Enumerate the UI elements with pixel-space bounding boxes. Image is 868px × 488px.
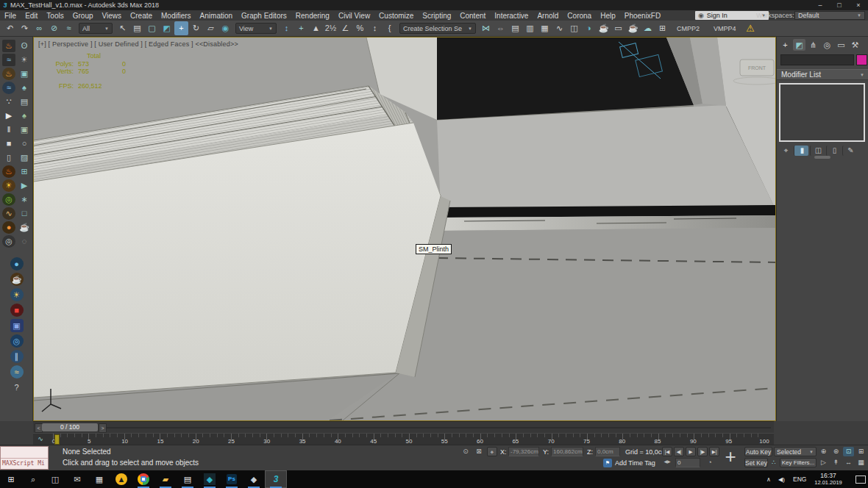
redo-icon[interactable]: ↷ <box>18 21 32 35</box>
rope-tool-icon[interactable]: ∿ <box>2 207 15 220</box>
set-keys-button[interactable]: + <box>721 447 740 468</box>
minimize-button[interactable]: – <box>811 0 830 10</box>
max-active-icon[interactable]: 3 <box>265 470 287 488</box>
frame-box-icon[interactable]: □ <box>18 207 31 220</box>
tree-tool-icon[interactable]: ♠ <box>18 110 31 122</box>
Graph Editors[interactable]: Graph Editors <box>237 12 291 20</box>
hierarchy-tab[interactable]: ⋔ <box>807 39 819 51</box>
zoom-region-icon[interactable]: ⊞ <box>855 447 867 456</box>
maximize-button[interactable]: □ <box>830 0 849 10</box>
select-and-place-icon[interactable]: ◉ <box>218 21 232 35</box>
create-tab[interactable]: + <box>779 39 791 51</box>
water-drop-badge-icon[interactable]: ● <box>10 257 24 270</box>
remove-modifier-icon[interactable]: ▯ <box>826 146 841 156</box>
snap-toggle-25d-icon[interactable]: 2½ <box>324 21 338 35</box>
notepad-icon[interactable]: ▤ <box>177 470 199 488</box>
unlink-selection-icon[interactable]: ⊘ <box>47 21 61 35</box>
Help[interactable]: Help <box>596 12 620 20</box>
tray-chevron-icon[interactable]: ∧ <box>766 476 771 483</box>
chrome-icon[interactable] <box>132 470 154 488</box>
select-and-move-icon[interactable]: + <box>174 21 188 35</box>
start-button[interactable]: ⊞ <box>0 470 22 488</box>
lock-selection-toggle-icon[interactable]: ⊠ <box>474 448 484 455</box>
dashed-circle-icon[interactable]: ◌ <box>18 235 31 248</box>
modify-tab[interactable]: ◩ <box>793 39 805 51</box>
keyable-filter-icon[interactable]: ∴ <box>769 459 778 466</box>
curve-editor-icon[interactable]: ∿ <box>552 21 566 35</box>
select-and-rotate-icon[interactable]: ↻ <box>189 21 203 35</box>
key-mode-toggle-icon[interactable]: ◀▶ <box>662 459 672 464</box>
Modifiers[interactable]: Modifiers <box>157 12 196 20</box>
ring-tool-icon[interactable]: ○ <box>18 137 31 150</box>
absolute-transform-mode-icon[interactable]: ⌖ <box>487 447 497 456</box>
material-editor-icon[interactable]: ◑ <box>582 21 596 35</box>
time-slider-track[interactable]: < 0 / 100 > <box>33 421 774 433</box>
sun-tool-icon[interactable]: ☀ <box>18 54 31 66</box>
rectangular-selection-region-icon[interactable]: ▢ <box>145 21 159 35</box>
library-tool-icon[interactable]: ▤ <box>18 96 31 108</box>
Create[interactable]: Create <box>126 12 157 20</box>
swirl-tool-icon[interactable]: ◎ <box>2 235 15 248</box>
viewport-label[interactable]: [+] [ Perspective ] [ User Defined ] [ E… <box>38 40 238 48</box>
beach-badge-icon[interactable]: ≈ <box>10 365 24 378</box>
Rendering[interactable]: Rendering <box>291 12 334 20</box>
fire-sim-icon[interactable]: ♨ <box>2 68 15 80</box>
Customize[interactable]: Customize <box>374 12 418 20</box>
max-shortcut-icon[interactable]: ◆ <box>199 470 221 488</box>
start-simulation-icon[interactable]: ▶ <box>2 110 15 122</box>
delete-simulation-icon[interactable]: ▯ <box>2 151 15 164</box>
x-coordinate-field[interactable]: -79,326cm <box>508 447 539 456</box>
create-selection-set-dropdown[interactable]: Create Selection Se ▼ <box>399 23 476 34</box>
particle-preview-icon[interactable]: ∵ <box>2 96 15 108</box>
go-to-start-button[interactable]: |◀ <box>662 447 672 456</box>
calendar-icon[interactable]: ▦ <box>88 470 110 488</box>
select-and-scale-icon[interactable]: ▱ <box>204 21 218 35</box>
PhoenixFD[interactable]: PhoenixFD <box>620 12 665 20</box>
blue-box-badge-icon[interactable]: ▣ <box>10 319 24 332</box>
plant-frame-icon[interactable]: ▣ <box>18 123 31 136</box>
view-dropdown[interactable]: View ▼ <box>235 23 277 34</box>
motion-tab[interactable]: ◎ <box>821 39 833 51</box>
select-object-icon[interactable]: ↖ <box>115 21 129 35</box>
make-unique-icon[interactable]: ◫ <box>810 146 825 156</box>
panel-scroll-handle[interactable] <box>814 156 830 159</box>
keyboard-shortcut-override-icon[interactable]: ▲ <box>309 21 323 35</box>
show-end-result-icon[interactable]: ▮ <box>794 146 808 156</box>
object-name-field[interactable] <box>780 54 854 65</box>
Civil View[interactable]: Civil View <box>334 12 374 20</box>
next-frame-arrow[interactable]: > <box>99 423 107 433</box>
light-tool-icon[interactable]: ʘ <box>18 40 31 52</box>
flame-badge-icon[interactable]: ♨ <box>2 165 15 178</box>
aimp-icon[interactable]: ▲ <box>110 470 132 488</box>
zoom-extents-icon[interactable]: ⊡ <box>843 447 854 456</box>
cmpp2-button[interactable]: CMPP2 <box>677 25 700 32</box>
object-color-swatch[interactable] <box>856 54 867 65</box>
Tools[interactable]: Tools <box>42 12 68 20</box>
time-tag-icon[interactable]: ⚑ <box>603 459 612 467</box>
zoom-all-icon[interactable]: ⊛ <box>830 447 842 456</box>
set-key-button[interactable]: Set Key <box>744 458 768 467</box>
next-frame-button[interactable]: |▶ <box>697 447 708 456</box>
Views[interactable]: Views <box>98 12 127 20</box>
teapot-tool-icon[interactable]: ☕ <box>18 221 31 234</box>
Content[interactable]: Content <box>455 12 490 20</box>
selection-filter-dropdown[interactable]: All ▼ <box>79 23 113 34</box>
language-indicator[interactable]: ENG <box>793 476 806 483</box>
spinner-snap-toggle-icon[interactable]: ↕ <box>368 21 382 35</box>
y-coordinate-field[interactable]: 160,862cm <box>551 447 583 456</box>
maximize-viewport-toggle-icon[interactable]: ▦ <box>855 458 867 467</box>
select-by-name-icon[interactable]: ▤ <box>130 21 144 35</box>
align-icon[interactable]: ⇔ <box>494 21 508 35</box>
photoshop-icon[interactable]: Ps <box>221 470 243 488</box>
turbine-tool-icon[interactable]: ∗ <box>18 193 31 206</box>
action-center-icon[interactable] <box>855 476 866 484</box>
modifier-list-dropdown[interactable]: Modifier List ▼ <box>777 69 868 80</box>
search-icon[interactable]: ⌕ <box>22 470 44 488</box>
task-view-icon[interactable]: ◫ <box>44 470 66 488</box>
isolate-selection-toggle-icon[interactable]: ⊙ <box>460 448 471 455</box>
toggle-scene-explorer-icon[interactable]: ▤ <box>508 21 522 35</box>
Animation[interactable]: Animation <box>196 12 237 20</box>
rendered-frame-window-icon[interactable]: ▭ <box>611 21 625 35</box>
Scripting[interactable]: Scripting <box>418 12 455 20</box>
waterfall-badge-icon[interactable]: ∥ <box>10 350 24 363</box>
